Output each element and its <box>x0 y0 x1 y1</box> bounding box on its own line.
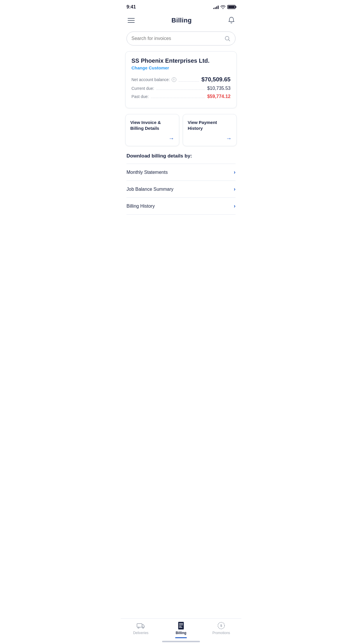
view-payment-title: View Payment History <box>188 120 232 132</box>
past-due-row: Past due: $59,774.12 <box>131 94 231 99</box>
company-name: SS Phoenix Enterprises Ltd. <box>131 57 231 64</box>
info-icon[interactable]: i <box>172 77 176 82</box>
billing-history-chevron-icon: › <box>234 203 236 209</box>
download-section: Download billing details by: Monthly Sta… <box>121 153 241 215</box>
header: Billing <box>121 13 241 29</box>
past-due-amount: $59,774.12 <box>207 94 231 99</box>
search-box <box>126 32 236 46</box>
dotted-separator <box>151 98 205 98</box>
view-invoice-card[interactable]: View Invoice & Billing Details → <box>125 114 179 146</box>
wifi-icon <box>220 5 226 9</box>
billing-history-label: Billing History <box>126 204 155 209</box>
job-balance-label: Job Balance Summary <box>126 187 173 192</box>
current-due-amount: $10,735.53 <box>207 86 231 91</box>
view-invoice-title: View Invoice & Billing Details <box>130 120 174 132</box>
billing-history-item[interactable]: Billing History › <box>126 197 236 215</box>
invoice-arrow-icon: → <box>168 135 174 142</box>
past-due-label: Past due: <box>131 94 149 99</box>
search-icon <box>224 35 231 42</box>
search-input[interactable] <box>131 36 224 41</box>
menu-button[interactable] <box>126 17 136 24</box>
customer-card: SS Phoenix Enterprises Ltd. Change Custo… <box>125 51 237 108</box>
current-due-row: Current due: $10,735.53 <box>131 86 231 91</box>
search-container <box>121 29 241 51</box>
current-due-label: Current due: <box>131 86 154 91</box>
net-balance-label: Net account balance: i <box>131 77 176 82</box>
monthly-statements-chevron-icon: › <box>234 169 236 175</box>
net-balance-row: Net account balance: i $70,509.65 <box>131 76 231 83</box>
payment-arrow-icon: → <box>226 135 232 142</box>
bell-icon[interactable] <box>227 16 236 24</box>
view-payment-card[interactable]: View Payment History → <box>183 114 237 146</box>
monthly-statements-label: Monthly Statements <box>126 170 168 175</box>
job-balance-summary-item[interactable]: Job Balance Summary › <box>126 181 236 197</box>
status-bar: 9:41 <box>121 0 241 13</box>
status-icons <box>213 5 236 9</box>
action-cards: View Invoice & Billing Details → View Pa… <box>121 114 241 153</box>
dotted-separator <box>157 90 205 90</box>
net-balance-amount: $70,509.65 <box>201 76 231 83</box>
battery-icon <box>227 5 236 9</box>
monthly-statements-item[interactable]: Monthly Statements › <box>126 164 236 181</box>
page-title: Billing <box>171 17 191 24</box>
download-title: Download billing details by: <box>126 153 236 159</box>
signal-icon <box>213 5 219 9</box>
dotted-separator <box>179 81 199 82</box>
job-balance-chevron-icon: › <box>234 186 236 192</box>
status-time: 9:41 <box>126 4 136 10</box>
change-customer-link[interactable]: Change Customer <box>131 65 231 70</box>
